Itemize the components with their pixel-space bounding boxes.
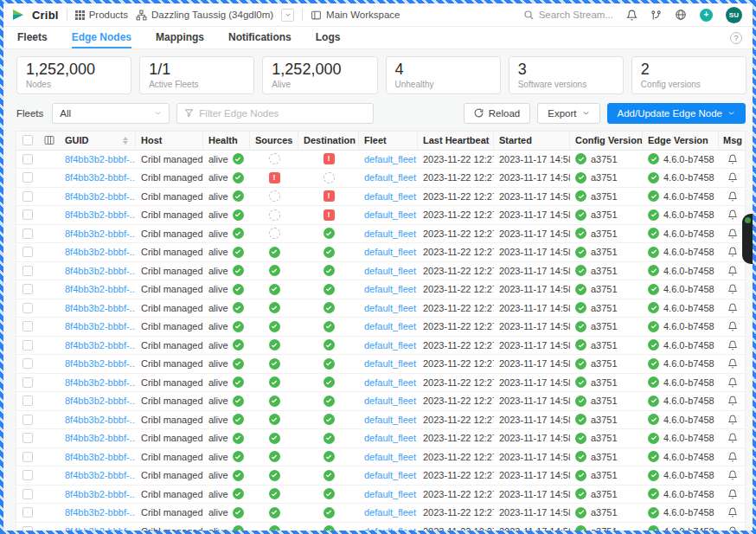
fleet-link[interactable]: default_fleet	[364, 284, 416, 294]
fleet-link[interactable]: default_fleet	[364, 396, 416, 406]
message-bell-icon[interactable]	[727, 172, 738, 183]
row-checkbox[interactable]	[22, 284, 33, 294]
message-bell-icon[interactable]	[727, 247, 738, 257]
message-bell-icon[interactable]	[727, 396, 738, 406]
help-icon[interactable]: ?	[730, 32, 742, 44]
guid-link[interactable]: 8f4bb3b2-bbbf-...	[65, 209, 136, 220]
fleet-link[interactable]: default_fleet	[364, 228, 416, 239]
column-header-destination[interactable]: Destination	[298, 132, 359, 150]
fleet-link[interactable]: default_fleet	[364, 321, 416, 331]
message-bell-icon[interactable]	[727, 526, 738, 531]
guid-link[interactable]: 8f4bb3b2-bbbf-...	[65, 489, 136, 499]
message-bell-icon[interactable]	[727, 415, 738, 425]
guid-link[interactable]: 8f4bb3b2-bbbf-...	[65, 396, 136, 406]
guid-link[interactable]: 8f4bb3b2-bbbf-...	[65, 340, 136, 351]
row-checkbox[interactable]	[22, 452, 33, 462]
global-search[interactable]: Search Stream...	[523, 10, 613, 20]
column-settings-icon[interactable]	[44, 135, 54, 145]
fleet-link[interactable]: default_fleet	[364, 433, 416, 443]
select-all-checkbox[interactable]	[22, 135, 33, 145]
fleet-link[interactable]: default_fleet	[364, 209, 416, 220]
user-avatar[interactable]: SU	[726, 7, 742, 23]
row-checkbox[interactable]	[22, 172, 33, 183]
guid-link[interactable]: 8f4bb3b2-bbbf-...	[65, 284, 136, 294]
row-checkbox[interactable]	[22, 526, 33, 531]
fleet-link[interactable]: default_fleet	[364, 489, 416, 499]
message-bell-icon[interactable]	[727, 284, 738, 294]
message-bell-icon[interactable]	[727, 266, 738, 276]
fleet-link[interactable]: default_fleet	[364, 507, 416, 518]
row-checkbox[interactable]	[22, 358, 33, 369]
row-checkbox[interactable]	[22, 154, 33, 164]
message-bell-icon[interactable]	[727, 209, 738, 220]
fleet-link[interactable]: default_fleet	[364, 266, 416, 276]
row-checkbox[interactable]	[22, 228, 33, 239]
row-checkbox[interactable]	[22, 396, 33, 406]
row-checkbox[interactable]	[22, 321, 33, 331]
guid-link[interactable]: 8f4bb3b2-bbbf-...	[65, 433, 136, 443]
row-checkbox[interactable]	[22, 415, 33, 425]
guid-link[interactable]: 8f4bb3b2-bbbf-...	[65, 377, 136, 388]
message-bell-icon[interactable]	[727, 377, 738, 388]
guid-link[interactable]: 8f4bb3b2-bbbf-...	[65, 452, 136, 462]
workspace-menu[interactable]: Main Workspace	[311, 10, 400, 21]
row-checkbox[interactable]	[22, 340, 33, 351]
git-branch-icon[interactable]	[650, 10, 662, 21]
column-header-last-heartbeat[interactable]: Last Heartbeat	[418, 132, 494, 150]
globe-icon[interactable]	[675, 9, 687, 21]
guid-link[interactable]: 8f4bb3b2-bbbf-...	[65, 228, 136, 239]
message-bell-icon[interactable]	[727, 358, 738, 369]
row-checkbox[interactable]	[22, 507, 33, 518]
column-header-sources[interactable]: Sources	[250, 132, 298, 150]
row-checkbox[interactable]	[22, 433, 33, 443]
row-checkbox[interactable]	[22, 377, 33, 388]
fleet-link[interactable]: default_fleet	[364, 526, 416, 531]
column-header-config-version[interactable]: Config Version	[570, 132, 643, 150]
guid-link[interactable]: 8f4bb3b2-bbbf-...	[65, 358, 136, 369]
row-checkbox[interactable]	[22, 489, 33, 499]
row-checkbox[interactable]	[22, 470, 33, 480]
fleet-link[interactable]: default_fleet	[364, 154, 416, 164]
organization-menu[interactable]: Dazzling Taussig (34gdl0m)	[136, 10, 273, 21]
fleet-link[interactable]: default_fleet	[364, 172, 416, 183]
fleet-link[interactable]: default_fleet	[364, 191, 416, 202]
message-bell-icon[interactable]	[727, 321, 738, 331]
guid-link[interactable]: 8f4bb3b2-bbbf-...	[65, 303, 136, 313]
tab-logs[interactable]: Logs	[316, 27, 341, 48]
message-bell-icon[interactable]	[727, 452, 738, 462]
products-menu[interactable]: Products	[75, 10, 128, 20]
column-header-edge-version[interactable]: Edge Version	[643, 132, 719, 150]
guid-link[interactable]: 8f4bb3b2-bbbf-...	[65, 321, 136, 331]
row-checkbox[interactable]	[22, 266, 33, 276]
column-header-fleet[interactable]: Fleet	[359, 132, 418, 150]
guid-link[interactable]: 8f4bb3b2-bbbf-...	[65, 191, 136, 202]
message-bell-icon[interactable]	[727, 433, 738, 443]
column-header-host[interactable]: Host	[136, 132, 203, 150]
fleet-link[interactable]: default_fleet	[364, 415, 416, 425]
message-bell-icon[interactable]	[727, 489, 738, 499]
fleet-link[interactable]: default_fleet	[364, 470, 416, 480]
fleet-link[interactable]: default_fleet	[364, 377, 416, 388]
column-header-msg[interactable]: Msg	[719, 135, 746, 145]
tab-fleets[interactable]: Fleets	[17, 27, 48, 48]
fleet-link[interactable]: default_fleet	[364, 452, 416, 462]
fleet-link[interactable]: default_fleet	[364, 247, 416, 257]
fleet-link[interactable]: default_fleet	[364, 303, 416, 313]
organization-dropdown[interactable]	[281, 9, 294, 22]
message-bell-icon[interactable]	[727, 191, 738, 202]
message-bell-icon[interactable]	[727, 340, 738, 351]
tab-edge-nodes[interactable]: Edge Nodes	[72, 27, 131, 48]
guid-link[interactable]: 8f4bb3b2-bbbf-...	[65, 266, 136, 276]
fleet-link[interactable]: default_fleet	[364, 358, 416, 369]
row-checkbox[interactable]	[22, 209, 33, 220]
message-bell-icon[interactable]	[727, 228, 738, 239]
notifications-bell-icon[interactable]	[626, 10, 637, 21]
message-bell-icon[interactable]	[727, 154, 738, 164]
add-update-edge-node-button[interactable]: Add/Update Edge Node	[607, 103, 746, 124]
row-checkbox[interactable]	[22, 247, 33, 257]
upgrade-badge-icon[interactable]: +	[700, 9, 713, 22]
guid-link[interactable]: 8f4bb3b2-bbbf-...	[65, 247, 136, 257]
export-button[interactable]: Export	[537, 103, 599, 124]
tab-notifications[interactable]: Notifications	[228, 27, 292, 48]
fleet-select[interactable]: All	[52, 103, 170, 124]
